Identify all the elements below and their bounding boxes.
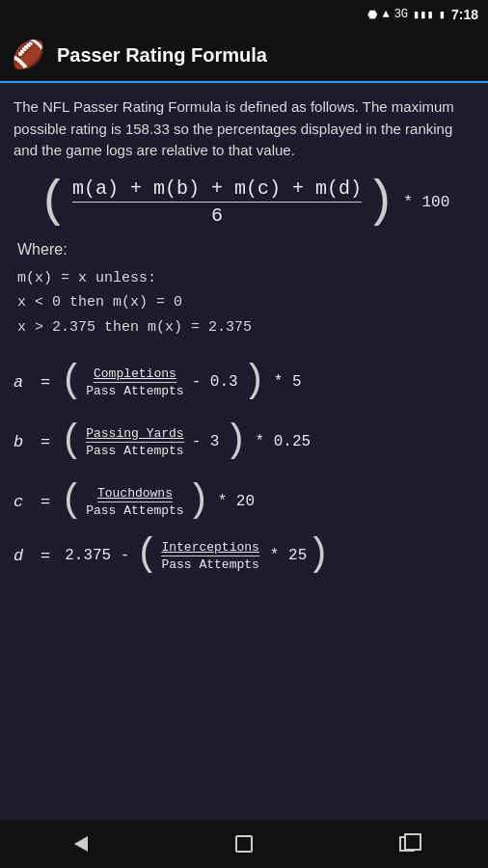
formula-d-denominator: Pass Attempts <box>161 556 258 572</box>
formula-c-denominator: Pass Attempts <box>86 502 183 518</box>
formula-a-fraction: Completions Pass Attempts <box>86 366 183 398</box>
formula-b-close: ) <box>224 422 247 461</box>
nav-bar <box>0 820 488 868</box>
recent-icon <box>399 836 415 852</box>
formula-a-row: a = ( Completions Pass Attempts - 0.3 ) … <box>14 357 474 407</box>
formula-c-fraction: Touchdowns Pass Attempts <box>86 486 183 518</box>
mx-line3: x > 2.375 then m(x) = 2.375 <box>17 315 474 340</box>
status-time: 7:18 <box>451 7 478 22</box>
formula-c-close: ) <box>187 482 210 521</box>
home-icon <box>235 835 253 853</box>
formula-c-numerator: Touchdowns <box>97 486 173 502</box>
bluetooth-icon: ⬣ <box>367 8 377 22</box>
mx-line1: m(x) = x unless: <box>17 266 474 291</box>
formula-b-numerator: Passing Yards <box>86 426 183 443</box>
main-numerator: m(a) + m(b) + m(c) + m(d) <box>72 177 362 203</box>
formula-c-eq: = <box>41 493 50 511</box>
main-content: The NFL Passer Rating Formula is defined… <box>0 83 488 820</box>
main-denominator: 6 <box>211 204 223 227</box>
back-button[interactable] <box>57 827 105 861</box>
recent-button[interactable] <box>383 827 431 861</box>
status-icons: ⬣ ▲ 3G ▮▮▮ ▮ <box>367 8 446 22</box>
app-icon: 🏈 <box>12 39 45 71</box>
formula-b-fraction: Passing Yards Pass Attempts <box>86 426 183 458</box>
formula-a-numerator: Completions <box>94 366 176 383</box>
main-multiplier: * 100 <box>403 194 449 211</box>
main-formula: ( m(a) + m(b) + m(c) + m(d) 6 ) * 100 <box>14 177 474 228</box>
app-header: 🏈 Passer Rating Formula <box>0 29 488 83</box>
formula-b-multiplier: * 0.25 <box>255 433 311 450</box>
formula-b-open: ( <box>60 422 83 461</box>
formula-a-eq: = <box>41 373 50 392</box>
formula-c-letter: c <box>14 493 33 511</box>
formula-b-operator: - 3 <box>192 433 220 450</box>
formula-d-letter: d <box>14 547 33 565</box>
formula-a-close: ) <box>243 363 266 401</box>
formula-b-row: b = ( Passing Yards Pass Attempts - 3 ) … <box>14 417 474 467</box>
mx-definition: m(x) = x unless: x < 0 then m(x) = 0 x >… <box>17 266 474 340</box>
formula-a-multiplier: * 5 <box>274 373 302 391</box>
description-text: The NFL Passer Rating Formula is defined… <box>14 96 474 162</box>
formula-d-open: ( <box>135 536 158 575</box>
formula-d-close: ) <box>307 536 330 575</box>
formula-d-numerator: Interceptions <box>161 540 258 556</box>
mx-line2: x < 0 then m(x) = 0 <box>17 290 474 315</box>
status-bar: ⬣ ▲ 3G ▮▮▮ ▮ 7:18 <box>0 0 488 29</box>
formula-c-row: c = ( Touchdowns Pass Attempts ) * 20 <box>14 476 474 527</box>
signal-icon: 3G <box>394 8 408 21</box>
page-title: Passer Rating Formula <box>57 44 267 67</box>
main-fraction: m(a) + m(b) + m(c) + m(d) 6 <box>72 177 362 227</box>
where-label: Where: <box>17 241 474 258</box>
formula-a-operator: - 0.3 <box>192 373 238 391</box>
home-button[interactable] <box>220 827 268 861</box>
open-paren-main: ( <box>39 177 68 228</box>
formula-d-row: d = 2.375 - ( Interceptions Pass Attempt… <box>14 536 474 575</box>
bars-icon: ▮▮▮ <box>413 8 434 22</box>
formula-c-open: ( <box>60 482 83 521</box>
formula-c-multiplier: * 20 <box>218 493 255 510</box>
formula-d-eq: = <box>41 547 50 565</box>
formula-d-multiplier: * 25 <box>270 547 307 564</box>
close-paren-main: ) <box>366 177 395 228</box>
formula-d-prefix: 2.375 - <box>65 547 129 564</box>
battery-icon: ▮ <box>439 8 446 22</box>
formula-d-fraction: Interceptions Pass Attempts <box>161 540 258 572</box>
formula-a-denominator: Pass Attempts <box>86 383 183 398</box>
formula-a-letter: a <box>14 373 33 392</box>
formula-a-open: ( <box>60 363 83 401</box>
wifi-icon: ▲ <box>382 8 389 21</box>
formula-b-denominator: Pass Attempts <box>86 443 183 458</box>
formula-b-letter: b <box>14 433 33 451</box>
formula-b-eq: = <box>41 433 50 451</box>
back-icon <box>74 836 88 852</box>
